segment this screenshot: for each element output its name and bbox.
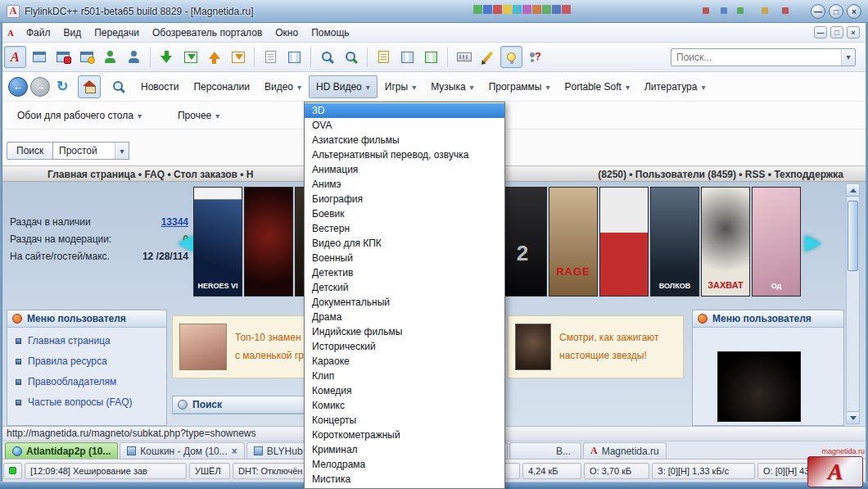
- menu-item[interactable]: Видео для КПК: [305, 236, 504, 251]
- nav-literature[interactable]: Литература: [637, 75, 713, 98]
- link-home[interactable]: Главная страница: [16, 335, 158, 346]
- nav-games[interactable]: Игры: [377, 75, 423, 98]
- carousel-next-icon[interactable]: [805, 229, 821, 255]
- scroll-down-button[interactable]: [847, 411, 859, 423]
- tab-atlantida[interactable]: Atlantidap2p (10...: [5, 442, 118, 459]
- menu-item[interactable]: Короткометражный: [305, 428, 504, 442]
- transfer-view-button[interactable]: [283, 46, 305, 68]
- stat-torrents-link[interactable]: 13344: [161, 216, 188, 228]
- nav-persons[interactable]: Персоналии: [186, 75, 257, 98]
- menu-item[interactable]: Исторический: [305, 339, 504, 354]
- poster[interactable]: ВОЛКОВ: [650, 187, 699, 297]
- menu-window[interactable]: Окно: [269, 25, 305, 41]
- site-header-right[interactable]: (8250) • Пользователи (8459) • RSS • Тех…: [598, 169, 843, 180]
- poster[interactable]: RAGE: [549, 187, 598, 297]
- public-hubs-button[interactable]: [28, 46, 50, 68]
- maximize-button[interactable]: □: [829, 4, 843, 19]
- away-mode-button[interactable]: [500, 46, 522, 68]
- toolbar-search-input[interactable]: [671, 52, 841, 63]
- menu-item[interactable]: Криминал: [305, 442, 504, 457]
- home-button[interactable]: [78, 75, 101, 98]
- system-log-button[interactable]: [396, 46, 418, 68]
- favorite-hubs-button[interactable]: [75, 46, 97, 68]
- finished-downloads-button[interactable]: [179, 46, 201, 68]
- mdi-restore-button[interactable]: □: [830, 26, 843, 38]
- nav-other[interactable]: Прочее: [170, 104, 227, 127]
- settings-button[interactable]: [477, 46, 499, 68]
- scrollbar-thumb[interactable]: [848, 201, 858, 271]
- tab-partial[interactable]: В...: [509, 442, 581, 459]
- menu-item[interactable]: Клип: [305, 369, 504, 383]
- search-button[interactable]: [316, 46, 338, 68]
- menu-item[interactable]: Мелодрама: [305, 457, 504, 472]
- ad-banner-right[interactable]: Смотри, как зажигают настоящие звезды!: [508, 315, 684, 378]
- site-search-button[interactable]: Поиск: [7, 142, 53, 160]
- close-tab-icon[interactable]: [232, 446, 237, 457]
- menu-item[interactable]: 3D: [305, 103, 504, 118]
- mdi-minimize-button[interactable]: —: [814, 26, 827, 38]
- menu-item[interactable]: Комикс: [305, 398, 504, 413]
- link-rules[interactable]: Правила ресурса: [16, 355, 158, 367]
- menu-transfers[interactable]: Передачи: [88, 25, 146, 41]
- menu-item[interactable]: Военный: [305, 251, 504, 265]
- menu-item[interactable]: Индийские фильмы: [305, 324, 504, 339]
- menu-item[interactable]: Боевик: [305, 206, 504, 221]
- close-button[interactable]: ×: [847, 4, 861, 19]
- menu-view[interactable]: Вид: [57, 25, 88, 41]
- refresh-button[interactable]: ↻: [52, 77, 72, 97]
- poster[interactable]: [244, 187, 293, 297]
- poster[interactable]: [599, 187, 649, 297]
- scroll-up-button[interactable]: [847, 184, 859, 197]
- menu-item[interactable]: Караоке: [305, 354, 504, 369]
- link-copyright[interactable]: Правообладателям: [16, 376, 158, 387]
- flylink-logo-button[interactable]: [4, 46, 26, 68]
- link-faq[interactable]: Частые вопросы (FAQ): [16, 396, 158, 408]
- recent-hubs-button[interactable]: [123, 46, 145, 68]
- waiting-users-button[interactable]: [203, 46, 225, 68]
- forward-button[interactable]: →: [30, 77, 50, 97]
- help-button[interactable]: [524, 46, 546, 68]
- nav-video[interactable]: Видео: [257, 75, 309, 98]
- back-button[interactable]: ←: [8, 77, 28, 97]
- away-status[interactable]: УШЁЛ: [189, 463, 230, 479]
- search-mode-select[interactable]: Простой: [52, 142, 129, 160]
- menu-item[interactable]: Анимация: [305, 162, 504, 177]
- nav-hd-video[interactable]: HD Видео: [309, 75, 377, 98]
- menu-portal-browser[interactable]: Обозреватель порталов: [146, 25, 269, 41]
- menu-item[interactable]: Драма: [305, 310, 504, 324]
- nav-music[interactable]: Музыка: [423, 75, 481, 98]
- menu-item[interactable]: Азиатские фильмы: [305, 133, 504, 147]
- menu-file[interactable]: Файл: [20, 25, 57, 41]
- carousel-prev-icon[interactable]: [178, 229, 194, 255]
- tab-koshkin[interactable]: Кошкин - Дом (10...: [120, 442, 244, 459]
- menu-help[interactable]: Помощь: [305, 25, 355, 41]
- favorite-users-button[interactable]: [99, 46, 121, 68]
- portal-search-icon[interactable]: [112, 80, 125, 93]
- poster[interactable]: HEROES VI: [193, 187, 242, 297]
- poster[interactable]: ЗАХВАТ: [701, 187, 750, 297]
- spy-frame-button[interactable]: [420, 46, 442, 68]
- dht-status[interactable]: DHT: Отключён: [233, 463, 311, 479]
- menu-item[interactable]: Детский: [305, 280, 504, 295]
- adl-search-button[interactable]: [340, 46, 362, 68]
- notepad-button[interactable]: [373, 46, 395, 68]
- menu-item[interactable]: Анимэ: [305, 177, 504, 192]
- menu-item[interactable]: OVA: [305, 118, 504, 133]
- hash-progress-button[interactable]: [453, 46, 475, 68]
- menu-item[interactable]: Биография: [305, 192, 504, 206]
- site-header-left[interactable]: Главная страница • FAQ • Стол заказов • …: [47, 169, 254, 180]
- mdi-close-button[interactable]: ×: [847, 26, 860, 38]
- poster[interactable]: 2: [498, 187, 547, 297]
- minimize-button[interactable]: —: [811, 4, 825, 19]
- menu-item[interactable]: Мистика: [305, 472, 504, 487]
- chevron-down-icon[interactable]: [841, 49, 855, 66]
- download-queue-button[interactable]: [156, 46, 178, 68]
- menu-item[interactable]: Концерты: [305, 413, 504, 428]
- reconnect-button[interactable]: [52, 46, 74, 68]
- nav-portable-soft[interactable]: Portable Soft: [558, 75, 637, 98]
- menu-item[interactable]: Альтернативный перевод, озвучка: [305, 147, 504, 162]
- finished-uploads-button[interactable]: [227, 46, 249, 68]
- poster[interactable]: Од: [752, 187, 801, 297]
- nav-news[interactable]: Новости: [133, 75, 186, 98]
- nav-wallpapers[interactable]: Обои для рабочего стола: [10, 104, 149, 127]
